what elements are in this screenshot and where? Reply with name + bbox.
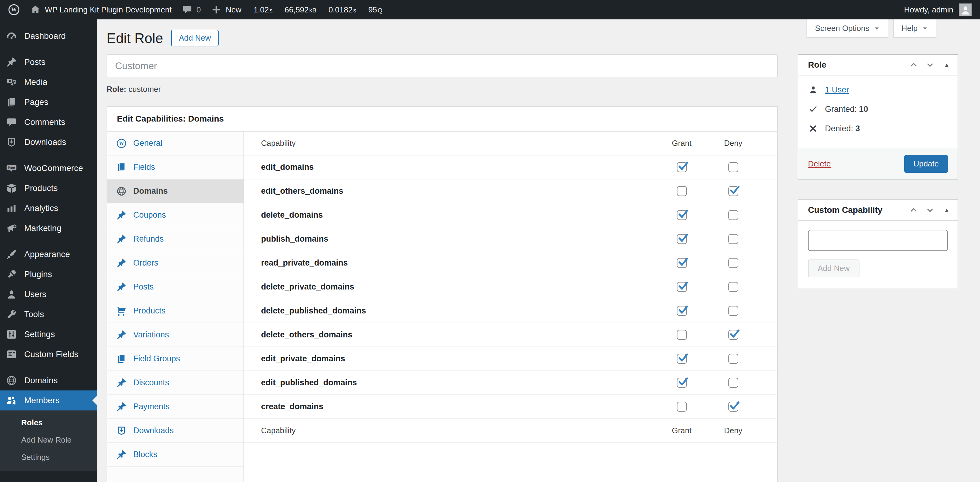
sidebar-item-appearance[interactable]: Appearance — [0, 244, 97, 264]
update-button[interactable]: Update — [904, 155, 948, 173]
move-up-icon[interactable] — [909, 60, 918, 69]
deny-checkbox[interactable] — [728, 186, 738, 196]
grant-checkbox[interactable] — [677, 210, 687, 220]
cap-tab-field-groups[interactable]: Field Groups — [107, 347, 243, 371]
sidebar-item-posts[interactable]: Posts — [0, 52, 97, 72]
grant-checkbox[interactable] — [677, 306, 687, 316]
site-name-menu[interactable]: WP Landing Kit Plugin Development — [30, 5, 172, 15]
pages-icon — [116, 353, 127, 365]
deny-checkbox[interactable] — [728, 306, 738, 316]
grant-checkbox[interactable] — [677, 402, 687, 412]
move-down-icon[interactable] — [926, 60, 935, 69]
sidebar-item-dashboard[interactable]: Dashboard — [0, 26, 97, 46]
deny-checkbox[interactable] — [728, 402, 738, 412]
comments-menu[interactable]: 0 — [182, 5, 201, 15]
cap-tab-label: Payments — [133, 402, 170, 411]
toggle-panel-icon[interactable]: ▲ — [943, 62, 950, 69]
cap-tab-downloads[interactable]: Downloads — [107, 419, 243, 443]
submenu-item-settings[interactable]: Settings — [0, 448, 97, 466]
toggle-panel-icon[interactable]: ▲ — [943, 207, 950, 214]
add-new-capability-button[interactable]: Add New — [808, 260, 859, 278]
qm-stat[interactable]: 66,592kB — [285, 5, 317, 14]
sidebar-item-domains[interactable]: Domains — [0, 370, 97, 391]
help-tab[interactable]: Help — [893, 19, 936, 38]
screen-options-tab[interactable]: Screen Options — [807, 19, 888, 38]
cap-tab-posts[interactable]: Posts — [107, 275, 243, 299]
sidebar-item-settings[interactable]: Settings — [0, 324, 97, 345]
sidebar-item-custom-fields[interactable]: Custom Fields — [0, 345, 97, 364]
sidebar-item-members[interactable]: Members — [0, 391, 97, 410]
grant-checkbox[interactable] — [677, 258, 687, 268]
sidebar-item-pages[interactable]: Pages — [0, 92, 97, 112]
admin-sidebar: DashboardPostsMediaPagesCommentsDownload… — [0, 19, 97, 482]
my-account-menu[interactable]: Howdy, admin — [904, 3, 972, 16]
sidebar-item-label: Members — [24, 396, 60, 405]
grant-checkbox[interactable] — [677, 330, 687, 340]
cap-tab-label: Variations — [133, 330, 169, 340]
cap-tab-discounts[interactable]: Discounts — [107, 371, 243, 395]
cap-tab-coupons[interactable]: Coupons — [107, 203, 243, 227]
role-metabox-footer: Delete Update — [798, 148, 958, 179]
caret-down-icon — [874, 26, 880, 32]
cap-tab-refunds[interactable]: Refunds — [107, 227, 243, 251]
qm-stat[interactable]: 0.0182s — [329, 5, 356, 14]
role-name-input[interactable] — [107, 54, 778, 77]
role-metabox-title: Role — [808, 60, 902, 70]
deny-checkbox[interactable] — [728, 330, 738, 340]
sidebar-item-label: Posts — [24, 57, 45, 67]
cap-tab-blocks[interactable]: Blocks — [107, 443, 243, 467]
move-up-icon[interactable] — [909, 206, 918, 215]
move-down-icon[interactable] — [926, 206, 935, 215]
sidebar-item-label: Products — [24, 184, 58, 193]
cap-tab-variations[interactable]: Variations — [107, 323, 243, 347]
sidebar-item-users[interactable]: Users — [0, 284, 97, 304]
users-link[interactable]: 1 User — [825, 85, 849, 94]
sidebar-item-media[interactable]: Media — [0, 72, 97, 92]
sidebar-item-tools[interactable]: Tools — [0, 304, 97, 324]
submenu-item-roles[interactable]: Roles — [0, 414, 97, 431]
deny-checkbox[interactable] — [728, 210, 738, 220]
cap-tab-general[interactable]: WGeneral — [107, 132, 243, 155]
deny-checkbox[interactable] — [728, 234, 738, 244]
sidebar-item-comments[interactable]: Comments — [0, 112, 97, 132]
cap-tab-products[interactable]: Products — [107, 299, 243, 323]
cap-tab-fields[interactable]: Fields — [107, 155, 243, 179]
custom-capability-input[interactable] — [808, 230, 948, 251]
grant-checkbox[interactable] — [677, 186, 687, 196]
sidebar-item-woocommerce[interactable]: WooWooCommerce — [0, 158, 97, 178]
role-users-row: 1 User — [808, 85, 948, 95]
sidebar-item-products[interactable]: Products — [0, 178, 97, 198]
media-icon — [5, 76, 18, 88]
sidebar-item-label: Dashboard — [24, 31, 66, 41]
wrench-icon — [5, 308, 18, 321]
deny-checkbox[interactable] — [728, 282, 738, 292]
new-content-menu[interactable]: New — [211, 5, 241, 15]
cap-tab-domains[interactable]: Domains — [107, 179, 243, 203]
cap-tab-label: Blocks — [133, 450, 158, 459]
cap-tab-orders[interactable]: Orders — [107, 251, 243, 275]
qm-stat-unit: s — [353, 7, 356, 14]
qm-stat[interactable]: 95Q — [368, 5, 382, 14]
sidebar-item-downloads[interactable]: Downloads — [0, 132, 97, 152]
deny-checkbox[interactable] — [728, 258, 738, 268]
delete-role-link[interactable]: Delete — [808, 159, 831, 169]
customfields-icon — [5, 348, 18, 361]
deny-checkbox[interactable] — [728, 354, 738, 364]
cap-tab-payments[interactable]: Payments — [107, 395, 243, 419]
deny-checkbox[interactable] — [728, 162, 738, 172]
add-new-button[interactable]: Add New — [171, 30, 219, 46]
sidebar-item-analytics[interactable]: Analytics — [0, 198, 97, 218]
query-monitor-stats[interactable]: 1.02s66,592kB0.0182s95Q — [253, 5, 382, 14]
sidebar-item-plugins[interactable]: Plugins — [0, 264, 97, 284]
deny-column-header: Deny — [708, 139, 759, 148]
deny-checkbox[interactable] — [728, 378, 738, 388]
grant-checkbox[interactable] — [677, 234, 687, 244]
grant-checkbox[interactable] — [677, 162, 687, 172]
qm-stat[interactable]: 1.02s — [253, 5, 272, 14]
sidebar-item-marketing[interactable]: Marketing — [0, 218, 97, 238]
grant-checkbox[interactable] — [677, 354, 687, 364]
grant-checkbox[interactable] — [677, 282, 687, 292]
grant-checkbox[interactable] — [677, 378, 687, 388]
submenu-item-add-new-role[interactable]: Add New Role — [0, 431, 97, 448]
wp-logo-menu[interactable]: W — [8, 4, 20, 16]
